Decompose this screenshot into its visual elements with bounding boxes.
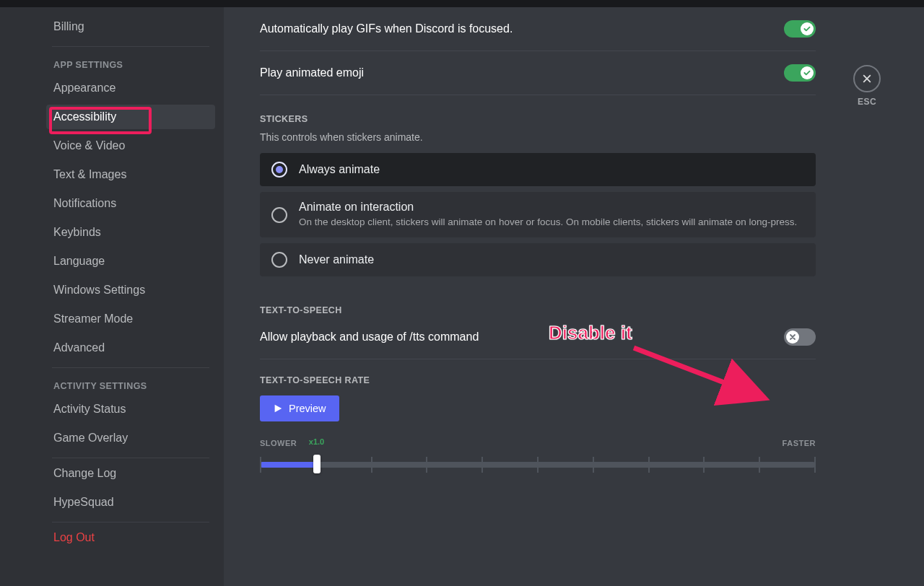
radio-always-animate[interactable]: Always animate [260,153,816,186]
sidebar-item-voice-video[interactable]: Voice & Video [46,134,215,158]
setting-row-tts: Allow playback and usage of /tts command [260,315,816,359]
tts-rate-slider[interactable] [260,452,816,476]
sidebar-separator [52,367,209,368]
sidebar-item-change-log[interactable]: Change Log [46,461,215,486]
close-icon [861,73,873,84]
radio-icon [271,252,287,268]
sidebar-item-appearance[interactable]: Appearance [46,76,215,100]
settings-layer: Billing APP SETTINGS Appearance Accessib… [0,7,924,586]
sidebar-item-game-overlay[interactable]: Game Overlay [46,426,215,450]
radio-description: On the desktop client, stickers will ani… [299,216,797,229]
radio-never-animate[interactable]: Never animate [260,243,816,276]
sidebar-item-billing[interactable]: Billing [46,14,215,39]
sidebar-header-app-settings: APP SETTINGS [46,50,215,76]
section-title-tts: TEXT-TO-SPEECH [260,305,816,315]
preview-button-label: Preview [289,403,326,414]
radio-label: Animate on interaction [299,201,797,214]
sidebar-item-windows-settings[interactable]: Windows Settings [46,278,215,302]
sidebar-item-advanced[interactable]: Advanced [46,336,215,360]
check-icon [801,22,814,35]
divider [260,359,816,359]
radio-label: Never animate [299,253,374,266]
sidebar-separator [52,458,209,458]
section-title-tts-rate: TEXT-TO-SPEECH RATE [260,375,816,385]
slider-thumb[interactable] [313,455,321,473]
rate-label-slower: SLOWER [260,439,297,447]
sidebar-item-text-images[interactable]: Text & Images [46,162,215,187]
radio-label: Always animate [299,163,380,176]
section-title-stickers: STICKERS [260,114,816,124]
rate-label-faster: FASTER [783,439,816,447]
settings-sidebar: Billing APP SETTINGS Appearance Accessib… [0,7,224,586]
close-button[interactable] [853,65,881,92]
rate-current-value: x1.0 [309,437,324,446]
sidebar-item-keybinds[interactable]: Keybinds [46,220,215,245]
play-icon [273,403,283,414]
esc-label: ESC [858,97,876,107]
sidebar-separator [52,46,209,47]
x-icon [786,331,799,344]
preview-button[interactable]: Preview [260,395,339,421]
radio-animate-on-interaction[interactable]: Animate on interaction On the desktop cl… [260,192,816,237]
setting-label: Allow playback and usage of /tts command [260,331,479,344]
setting-label: Automatically play GIFs when Discord is … [260,22,513,35]
setting-label: Play animated emoji [260,66,364,79]
settings-content: Automatically play GIFs when Discord is … [224,7,924,586]
check-icon [801,66,814,79]
sidebar-separator [52,522,209,522]
sidebar-header-activity-settings: ACTIVITY SETTINGS [46,371,215,397]
sidebar-item-activity-status[interactable]: Activity Status [46,397,215,421]
section-desc-stickers: This controls when stickers animate. [260,131,816,143]
toggle-gifs[interactable] [784,20,816,38]
divider [260,95,816,95]
tts-rate-control: SLOWER FASTER x1.0 [260,439,816,476]
sidebar-item-language[interactable]: Language [46,249,215,274]
setting-row-gifs: Automatically play GIFs when Discord is … [260,7,816,51]
sidebar-item-streamer-mode[interactable]: Streamer Mode [46,307,215,331]
setting-row-animated-emoji: Play animated emoji [260,51,816,95]
toggle-animated-emoji[interactable] [784,64,816,82]
sidebar-item-accessibility[interactable]: Accessibility [46,105,215,129]
sidebar-item-hypesquad[interactable]: HypeSquad [46,490,215,515]
window-titlebar [0,0,924,7]
toggle-tts[interactable] [784,328,816,346]
sidebar-item-notifications[interactable]: Notifications [46,191,215,216]
sidebar-item-log-out[interactable]: Log Out [46,525,215,550]
slider-ticks [260,452,816,476]
radio-icon [271,162,287,178]
radio-icon [271,207,287,223]
close-settings: ESC [853,65,881,107]
